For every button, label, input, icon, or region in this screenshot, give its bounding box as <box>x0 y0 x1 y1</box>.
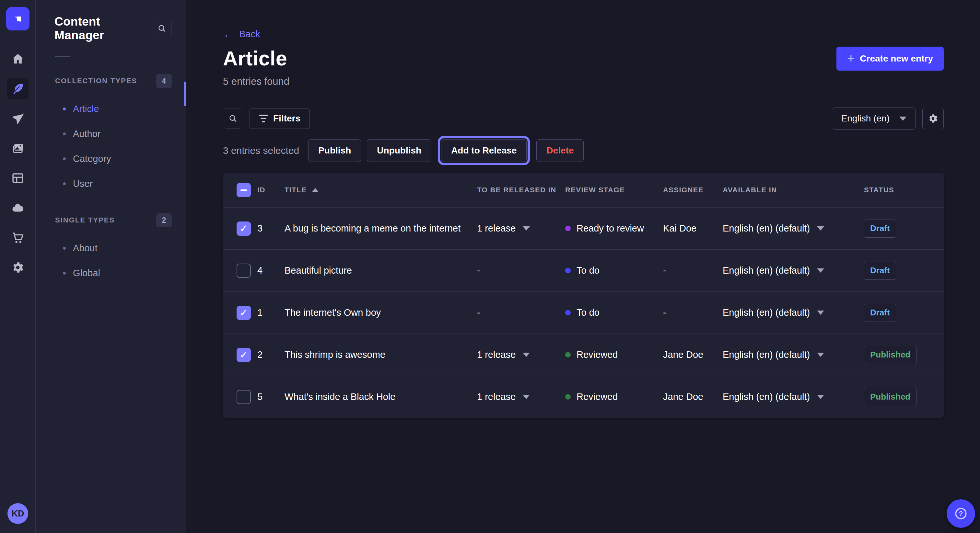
question-mark-icon: ? <box>953 506 968 521</box>
cell-assignee: Jane Doe <box>663 392 723 402</box>
cell-id: 4 <box>257 265 285 276</box>
select-all-checkbox[interactable] <box>237 183 251 197</box>
create-new-entry-button[interactable]: + Create new entry <box>837 47 944 71</box>
stage-dot <box>565 394 571 400</box>
chevron-down-icon <box>817 395 824 399</box>
cell-assignee: Kai Doe <box>663 223 723 234</box>
table-row[interactable]: 3 A bug is becoming a meme on the intern… <box>223 207 944 249</box>
stage-dot <box>565 226 571 231</box>
sidebar-item-global[interactable]: Global <box>36 261 186 286</box>
sidebar-item-label: Category <box>73 154 111 164</box>
sidebar-search-button[interactable] <box>153 19 172 38</box>
sidebar-item-author[interactable]: Author <box>36 121 186 146</box>
column-header-assignee: ASSIGNEE <box>663 186 723 194</box>
list-search-button[interactable] <box>223 108 243 128</box>
row-checkbox[interactable] <box>237 348 251 362</box>
nav-content-manager-button[interactable] <box>7 78 29 99</box>
search-icon <box>228 114 238 124</box>
bullet-icon <box>63 182 66 185</box>
status-badge: Published <box>864 346 916 364</box>
add-to-release-button[interactable]: Add to Release <box>441 139 527 162</box>
table-row[interactable]: 5 What's inside a Black Hole 1 release R… <box>223 376 944 418</box>
cell-locale[interactable]: English (en) (default) <box>723 223 864 234</box>
home-icon <box>11 52 25 66</box>
locale-select[interactable]: English (en) <box>832 108 916 130</box>
list-settings-button[interactable] <box>922 108 944 129</box>
cell-locale[interactable]: English (en) (default) <box>723 392 864 402</box>
nav-marketplace-button[interactable] <box>7 227 29 248</box>
cell-release[interactable]: - <box>477 307 565 318</box>
chevron-down-icon <box>523 353 530 357</box>
column-header-available-in: AVAILABLE IN <box>723 186 864 194</box>
chevron-down-icon <box>817 226 824 230</box>
strapi-logo[interactable] <box>6 7 30 30</box>
unpublish-button[interactable]: Unpublish <box>367 139 431 162</box>
cell-release[interactable]: 1 release <box>477 349 565 360</box>
nav-deploy-button[interactable] <box>7 197 29 219</box>
cell-status: Draft <box>864 219 931 238</box>
cell-assignee: Jane Doe <box>663 349 723 360</box>
sidebar-item-category[interactable]: Category <box>36 146 186 171</box>
sort-asc-icon <box>312 188 319 192</box>
bullet-icon <box>63 157 66 160</box>
cell-release[interactable]: 1 release <box>477 392 565 402</box>
feather-icon <box>11 82 25 95</box>
strapi-logo-glyph <box>11 12 24 25</box>
sidebar-item-label: Article <box>73 104 99 114</box>
row-checkbox[interactable] <box>237 390 251 404</box>
cell-id: 2 <box>257 349 285 360</box>
cell-title: A bug is becoming a meme on the internet <box>285 223 477 234</box>
chevron-down-icon <box>899 117 907 121</box>
cloud-icon <box>11 201 25 215</box>
nav-media-library-button[interactable] <box>7 138 29 159</box>
sidebar-item-user[interactable]: User <box>36 171 186 196</box>
chevron-down-icon <box>817 311 824 315</box>
filters-button[interactable]: Filters <box>250 108 310 129</box>
cell-title: Beautiful picture <box>285 265 477 276</box>
cell-assignee: - <box>663 307 723 318</box>
active-item-indicator <box>184 82 186 106</box>
nav-home-button[interactable] <box>7 48 29 70</box>
table-row[interactable]: 4 Beautiful picture - To do - English (e… <box>223 249 944 292</box>
sidebar-item-about[interactable]: About <box>36 236 186 261</box>
cell-id: 5 <box>257 392 285 402</box>
cell-id: 3 <box>257 223 285 234</box>
table-row[interactable]: 1 The internet's Own boy - To do - Engli… <box>223 292 944 333</box>
bullet-icon <box>63 247 66 250</box>
column-header-title[interactable]: TITLE <box>285 186 477 194</box>
column-header-status: STATUS <box>864 186 931 194</box>
cell-locale[interactable]: English (en) (default) <box>723 307 864 318</box>
table-row[interactable]: 2 This shrimp is awesome 1 release Revie… <box>223 333 944 376</box>
back-link[interactable]: ← Back <box>223 29 260 40</box>
nav-settings-button[interactable] <box>7 257 29 278</box>
help-button[interactable]: ? <box>947 499 975 528</box>
nav-releases-button[interactable] <box>7 108 29 129</box>
cell-status: Published <box>864 346 931 364</box>
cell-release[interactable]: 1 release <box>477 223 565 234</box>
content-manager-sidebar: Content Manager COLLECTION TYPES 4 Artic… <box>36 0 186 533</box>
status-badge: Draft <box>864 304 896 322</box>
cell-release[interactable]: - <box>477 265 565 276</box>
back-label: Back <box>239 29 260 40</box>
row-checkbox[interactable] <box>237 222 251 236</box>
delete-button[interactable]: Delete <box>536 139 584 162</box>
status-badge: Draft <box>864 262 896 280</box>
sidebar-item-article[interactable]: Article <box>36 97 186 121</box>
sidebar-title: Content Manager <box>54 15 153 42</box>
app-root: KD Content Manager COLLECTION TYPES 4 Ar… <box>0 0 980 533</box>
cell-locale[interactable]: English (en) (default) <box>723 265 864 276</box>
gear-icon <box>928 113 939 124</box>
row-checkbox[interactable] <box>237 306 251 320</box>
divider <box>55 56 70 57</box>
chevron-down-icon <box>523 395 530 399</box>
publish-button[interactable]: Publish <box>308 139 361 162</box>
user-avatar[interactable]: KD <box>8 503 28 524</box>
nav-content-type-builder-button[interactable] <box>7 167 29 189</box>
cell-locale[interactable]: English (en) (default) <box>723 349 864 360</box>
sidebar-item-label: About <box>73 243 97 254</box>
bullet-icon <box>63 132 66 135</box>
cell-status: Published <box>864 388 931 406</box>
cell-title: The internet's Own boy <box>285 307 477 318</box>
entries-count-text: 5 entries found <box>223 76 944 87</box>
row-checkbox[interactable] <box>237 263 251 278</box>
